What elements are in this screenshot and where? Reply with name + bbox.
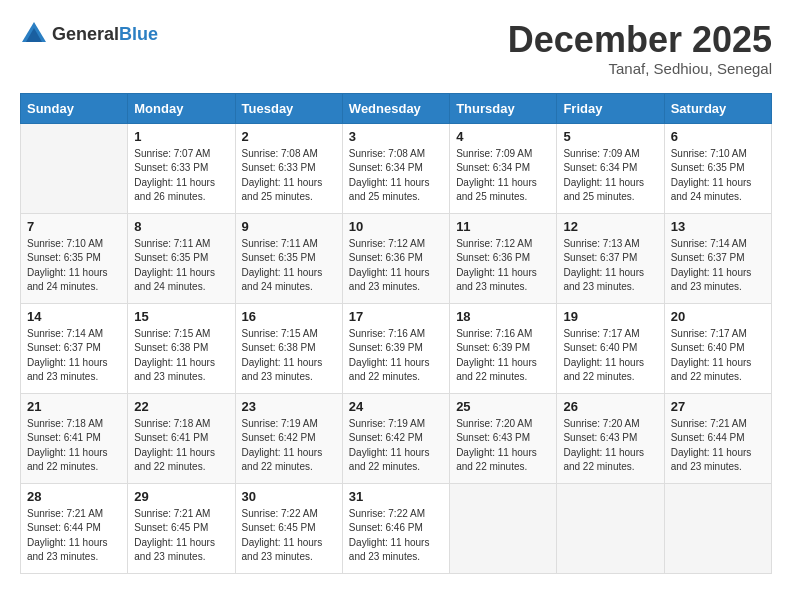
- day-number: 16: [242, 309, 336, 324]
- table-row: 8 Sunrise: 7:11 AMSunset: 6:35 PMDayligh…: [128, 213, 235, 303]
- day-number: 20: [671, 309, 765, 324]
- header-tuesday: Tuesday: [235, 93, 342, 123]
- day-number: 21: [27, 399, 121, 414]
- table-row: 12 Sunrise: 7:13 AMSunset: 6:37 PMDaylig…: [557, 213, 664, 303]
- day-number: 25: [456, 399, 550, 414]
- day-info: Sunrise: 7:08 AMSunset: 6:34 PMDaylight:…: [349, 147, 443, 205]
- table-row: 25 Sunrise: 7:20 AMSunset: 6:43 PMDaylig…: [450, 393, 557, 483]
- day-number: 23: [242, 399, 336, 414]
- calendar-table: Sunday Monday Tuesday Wednesday Thursday…: [20, 93, 772, 574]
- day-info: Sunrise: 7:09 AMSunset: 6:34 PMDaylight:…: [563, 147, 657, 205]
- day-info: Sunrise: 7:21 AMSunset: 6:45 PMDaylight:…: [134, 507, 228, 565]
- table-row: 22 Sunrise: 7:18 AMSunset: 6:41 PMDaylig…: [128, 393, 235, 483]
- day-info: Sunrise: 7:17 AMSunset: 6:40 PMDaylight:…: [671, 327, 765, 385]
- table-row: 16 Sunrise: 7:15 AMSunset: 6:38 PMDaylig…: [235, 303, 342, 393]
- table-row: 9 Sunrise: 7:11 AMSunset: 6:35 PMDayligh…: [235, 213, 342, 303]
- calendar-header-row: Sunday Monday Tuesday Wednesday Thursday…: [21, 93, 772, 123]
- day-number: 7: [27, 219, 121, 234]
- day-number: 24: [349, 399, 443, 414]
- header-saturday: Saturday: [664, 93, 771, 123]
- title-section: December 2025 Tanaf, Sedhiou, Senegal: [508, 20, 772, 77]
- calendar-week-row: 1 Sunrise: 7:07 AMSunset: 6:33 PMDayligh…: [21, 123, 772, 213]
- day-info: Sunrise: 7:15 AMSunset: 6:38 PMDaylight:…: [134, 327, 228, 385]
- day-number: 18: [456, 309, 550, 324]
- day-number: 6: [671, 129, 765, 144]
- month-year-title: December 2025: [508, 20, 772, 60]
- table-row: 17 Sunrise: 7:16 AMSunset: 6:39 PMDaylig…: [342, 303, 449, 393]
- calendar-week-row: 7 Sunrise: 7:10 AMSunset: 6:35 PMDayligh…: [21, 213, 772, 303]
- day-info: Sunrise: 7:19 AMSunset: 6:42 PMDaylight:…: [349, 417, 443, 475]
- day-number: 31: [349, 489, 443, 504]
- day-info: Sunrise: 7:20 AMSunset: 6:43 PMDaylight:…: [563, 417, 657, 475]
- table-row: [21, 123, 128, 213]
- header-thursday: Thursday: [450, 93, 557, 123]
- table-row: 13 Sunrise: 7:14 AMSunset: 6:37 PMDaylig…: [664, 213, 771, 303]
- day-info: Sunrise: 7:14 AMSunset: 6:37 PMDaylight:…: [27, 327, 121, 385]
- day-info: Sunrise: 7:18 AMSunset: 6:41 PMDaylight:…: [134, 417, 228, 475]
- day-info: Sunrise: 7:13 AMSunset: 6:37 PMDaylight:…: [563, 237, 657, 295]
- day-info: Sunrise: 7:18 AMSunset: 6:41 PMDaylight:…: [27, 417, 121, 475]
- day-info: Sunrise: 7:12 AMSunset: 6:36 PMDaylight:…: [349, 237, 443, 295]
- table-row: 30 Sunrise: 7:22 AMSunset: 6:45 PMDaylig…: [235, 483, 342, 573]
- table-row: 23 Sunrise: 7:19 AMSunset: 6:42 PMDaylig…: [235, 393, 342, 483]
- day-number: 15: [134, 309, 228, 324]
- day-info: Sunrise: 7:22 AMSunset: 6:46 PMDaylight:…: [349, 507, 443, 565]
- table-row: 4 Sunrise: 7:09 AMSunset: 6:34 PMDayligh…: [450, 123, 557, 213]
- table-row: 27 Sunrise: 7:21 AMSunset: 6:44 PMDaylig…: [664, 393, 771, 483]
- day-number: 13: [671, 219, 765, 234]
- table-row: 18 Sunrise: 7:16 AMSunset: 6:39 PMDaylig…: [450, 303, 557, 393]
- table-row: 26 Sunrise: 7:20 AMSunset: 6:43 PMDaylig…: [557, 393, 664, 483]
- calendar-week-row: 28 Sunrise: 7:21 AMSunset: 6:44 PMDaylig…: [21, 483, 772, 573]
- day-number: 5: [563, 129, 657, 144]
- day-info: Sunrise: 7:07 AMSunset: 6:33 PMDaylight:…: [134, 147, 228, 205]
- day-number: 12: [563, 219, 657, 234]
- table-row: 3 Sunrise: 7:08 AMSunset: 6:34 PMDayligh…: [342, 123, 449, 213]
- day-info: Sunrise: 7:11 AMSunset: 6:35 PMDaylight:…: [134, 237, 228, 295]
- day-number: 8: [134, 219, 228, 234]
- logo: GeneralBlue: [20, 20, 158, 48]
- day-info: Sunrise: 7:19 AMSunset: 6:42 PMDaylight:…: [242, 417, 336, 475]
- page-header: GeneralBlue December 2025 Tanaf, Sedhiou…: [20, 20, 772, 77]
- table-row: 11 Sunrise: 7:12 AMSunset: 6:36 PMDaylig…: [450, 213, 557, 303]
- table-row: 14 Sunrise: 7:14 AMSunset: 6:37 PMDaylig…: [21, 303, 128, 393]
- day-info: Sunrise: 7:11 AMSunset: 6:35 PMDaylight:…: [242, 237, 336, 295]
- day-number: 9: [242, 219, 336, 234]
- day-number: 3: [349, 129, 443, 144]
- logo-text-blue: Blue: [119, 24, 158, 44]
- day-info: Sunrise: 7:21 AMSunset: 6:44 PMDaylight:…: [27, 507, 121, 565]
- day-info: Sunrise: 7:10 AMSunset: 6:35 PMDaylight:…: [27, 237, 121, 295]
- header-sunday: Sunday: [21, 93, 128, 123]
- table-row: [664, 483, 771, 573]
- table-row: 6 Sunrise: 7:10 AMSunset: 6:35 PMDayligh…: [664, 123, 771, 213]
- table-row: [557, 483, 664, 573]
- logo-icon: [20, 20, 48, 48]
- day-info: Sunrise: 7:12 AMSunset: 6:36 PMDaylight:…: [456, 237, 550, 295]
- day-number: 28: [27, 489, 121, 504]
- logo-text-general: General: [52, 24, 119, 44]
- header-wednesday: Wednesday: [342, 93, 449, 123]
- header-monday: Monday: [128, 93, 235, 123]
- day-number: 29: [134, 489, 228, 504]
- day-number: 11: [456, 219, 550, 234]
- table-row: 24 Sunrise: 7:19 AMSunset: 6:42 PMDaylig…: [342, 393, 449, 483]
- day-info: Sunrise: 7:22 AMSunset: 6:45 PMDaylight:…: [242, 507, 336, 565]
- day-info: Sunrise: 7:08 AMSunset: 6:33 PMDaylight:…: [242, 147, 336, 205]
- table-row: 1 Sunrise: 7:07 AMSunset: 6:33 PMDayligh…: [128, 123, 235, 213]
- day-info: Sunrise: 7:15 AMSunset: 6:38 PMDaylight:…: [242, 327, 336, 385]
- day-number: 17: [349, 309, 443, 324]
- day-number: 10: [349, 219, 443, 234]
- day-number: 4: [456, 129, 550, 144]
- calendar-week-row: 21 Sunrise: 7:18 AMSunset: 6:41 PMDaylig…: [21, 393, 772, 483]
- table-row: 20 Sunrise: 7:17 AMSunset: 6:40 PMDaylig…: [664, 303, 771, 393]
- location-subtitle: Tanaf, Sedhiou, Senegal: [508, 60, 772, 77]
- table-row: 19 Sunrise: 7:17 AMSunset: 6:40 PMDaylig…: [557, 303, 664, 393]
- day-number: 1: [134, 129, 228, 144]
- table-row: 21 Sunrise: 7:18 AMSunset: 6:41 PMDaylig…: [21, 393, 128, 483]
- day-number: 26: [563, 399, 657, 414]
- day-info: Sunrise: 7:09 AMSunset: 6:34 PMDaylight:…: [456, 147, 550, 205]
- table-row: 7 Sunrise: 7:10 AMSunset: 6:35 PMDayligh…: [21, 213, 128, 303]
- day-info: Sunrise: 7:17 AMSunset: 6:40 PMDaylight:…: [563, 327, 657, 385]
- day-info: Sunrise: 7:10 AMSunset: 6:35 PMDaylight:…: [671, 147, 765, 205]
- table-row: 5 Sunrise: 7:09 AMSunset: 6:34 PMDayligh…: [557, 123, 664, 213]
- day-info: Sunrise: 7:16 AMSunset: 6:39 PMDaylight:…: [456, 327, 550, 385]
